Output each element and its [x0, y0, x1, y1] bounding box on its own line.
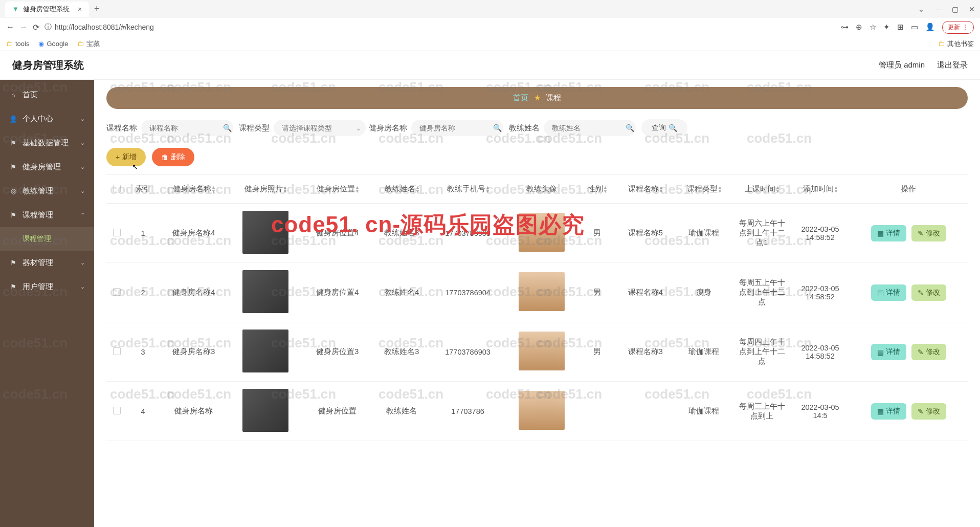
address-bar: ← → ⟳ ⓘ http://localhost:8081/#/kecheng …: [0, 18, 980, 36]
puzzle-icon[interactable]: ⊞: [897, 23, 904, 32]
user-icon: 👤: [9, 115, 17, 123]
gym-photo[interactable]: [242, 389, 288, 432]
breadcrumb-current: 课程: [546, 93, 561, 102]
star-icon[interactable]: ☆: [870, 23, 876, 32]
delete-button[interactable]: 🗑 删除: [152, 148, 194, 166]
tab-title: 健身房管理系统: [23, 5, 70, 14]
edit-button[interactable]: ✎修改: [911, 403, 946, 420]
chevron-down-icon[interactable]: ⌄: [918, 5, 924, 13]
row-checkbox[interactable]: [113, 347, 121, 355]
chevron-down-icon: ⌄: [80, 259, 85, 266]
detail-button[interactable]: ▤详情: [871, 225, 906, 241]
search-coach-label: 教练姓名: [509, 123, 540, 133]
gym-photo[interactable]: [242, 270, 288, 313]
detail-button[interactable]: ▤详情: [871, 403, 906, 420]
key-icon[interactable]: ⊶: [841, 23, 849, 32]
bookmark-tools[interactable]: 🗀tools: [6, 40, 29, 48]
search-type-select[interactable]: [274, 120, 366, 136]
zoom-icon[interactable]: ⊕: [856, 23, 862, 32]
back-icon[interactable]: ←: [6, 23, 14, 32]
sidebar-item-equipment[interactable]: ⚑ 器材管理 ⌄: [0, 251, 94, 275]
coach-avatar[interactable]: [519, 213, 565, 252]
close-window-icon[interactable]: ✕: [969, 5, 975, 13]
sidebar-item-profile[interactable]: 👤 个人中心 ⌄: [0, 107, 94, 131]
col-coach-phone[interactable]: 教练手机号▴▾: [431, 175, 504, 204]
search-coach-input[interactable]: [544, 120, 636, 136]
bookmark-other[interactable]: 🗀其他书签: [938, 39, 974, 49]
row-checkbox[interactable]: [113, 288, 121, 296]
reload-icon[interactable]: ⟳: [33, 23, 39, 32]
search-gym-input[interactable]: [411, 120, 503, 136]
row-checkbox[interactable]: [113, 229, 121, 236]
pencil-icon: ✎: [918, 229, 924, 237]
browser-tab[interactable]: ▼ 健身房管理系统 ×: [5, 2, 89, 17]
col-gender[interactable]: 性别▴▾: [578, 175, 616, 204]
devices-icon[interactable]: ▭: [911, 23, 918, 32]
edit-button[interactable]: ✎修改: [911, 225, 946, 241]
col-gym-name[interactable]: 健身房名称▴▾: [159, 175, 229, 204]
bookmark-google[interactable]: ◉Google: [38, 40, 68, 48]
select-all-checkbox[interactable]: [113, 185, 121, 192]
new-tab-button[interactable]: +: [94, 4, 100, 14]
pencil-icon: ✎: [918, 348, 924, 356]
search-name-input[interactable]: [141, 120, 233, 136]
flag-icon: ⚑: [9, 283, 17, 291]
cell-course: [616, 382, 675, 441]
update-button[interactable]: 更新⋮: [942, 21, 974, 34]
search-name-label: 课程名称: [106, 123, 137, 133]
sidebar-item-users[interactable]: ⚑ 用户管理 ⌄: [0, 275, 94, 299]
query-button[interactable]: 查询🔍: [641, 119, 687, 137]
app-title: 健身房管理系统: [12, 58, 84, 72]
sidebar-item-basedata[interactable]: ⚑ 基础数据管理 ⌄: [0, 131, 94, 155]
col-index[interactable]: 索引: [127, 175, 159, 204]
add-button[interactable]: + 新增: [106, 148, 146, 166]
sidebar-label: 课程管理: [23, 210, 53, 220]
sidebar-item-course[interactable]: ⚑ 课程管理 ⌃: [0, 203, 94, 227]
search-icon: 🔍: [223, 124, 232, 132]
edit-button[interactable]: ✎修改: [911, 284, 946, 301]
col-gym-photo[interactable]: 健身房照片▴▾: [229, 175, 303, 204]
sidebar-subitem-course-mgmt[interactable]: 课程管理: [0, 227, 94, 251]
sidebar-item-gym[interactable]: ⚑ 健身房管理 ⌄: [0, 155, 94, 179]
sidebar-label: 用户管理: [23, 282, 53, 292]
bookmark-baocang[interactable]: 🗀宝藏: [77, 39, 100, 49]
col-gym-loc[interactable]: 健身房位置▴▾: [303, 175, 372, 204]
gym-photo[interactable]: [242, 330, 288, 372]
search-icon: 🔍: [669, 124, 677, 132]
detail-button[interactable]: ▤详情: [871, 344, 906, 360]
coach-avatar[interactable]: [519, 391, 565, 430]
col-added[interactable]: 添加时间▴▾: [791, 175, 850, 204]
row-checkbox[interactable]: [113, 407, 121, 414]
cell-time: 每周六上午十点到上午十二点1: [733, 204, 791, 263]
detail-button[interactable]: ▤详情: [871, 284, 906, 301]
col-coach-avatar[interactable]: 教练头像: [504, 175, 578, 204]
edit-button[interactable]: ✎修改: [911, 344, 946, 360]
col-course-name[interactable]: 课程名称▴▾: [616, 175, 675, 204]
gym-photo[interactable]: [242, 211, 288, 254]
admin-label[interactable]: 管理员 admin: [879, 60, 925, 70]
sidebar-item-home[interactable]: ⌂ 首页: [0, 83, 94, 107]
coach-avatar[interactable]: [519, 272, 565, 311]
sidebar-item-coach[interactable]: ◎ 教练管理 ⌄: [0, 179, 94, 203]
coach-avatar[interactable]: [519, 332, 565, 370]
forward-icon[interactable]: →: [19, 23, 28, 32]
action-row: + 新增 🗑 删除: [106, 148, 968, 166]
cell-gender: 男: [578, 322, 616, 382]
minimize-icon[interactable]: —: [934, 5, 942, 13]
maximize-icon[interactable]: ▢: [952, 5, 959, 13]
cell-coach: 教练姓名3: [372, 322, 431, 382]
col-course-type[interactable]: 课程类型▴▾: [675, 175, 733, 204]
flag-icon: ⚑: [9, 139, 17, 147]
col-coach-name[interactable]: 教练姓名▴▾: [372, 175, 431, 204]
doc-icon: ▤: [877, 407, 884, 415]
url-box[interactable]: ⓘ http://localhost:8081/#/kecheng: [44, 23, 836, 32]
profile-icon[interactable]: 👤: [925, 23, 935, 32]
breadcrumb-home[interactable]: 首页: [513, 93, 528, 102]
col-time[interactable]: 上课时间▴▾: [733, 175, 791, 204]
close-tab-icon[interactable]: ×: [78, 5, 82, 13]
pencil-icon: ✎: [918, 407, 924, 415]
cell-course: 课程名称4: [616, 263, 675, 322]
logout-link[interactable]: 退出登录: [937, 60, 968, 70]
cell-ctype: 瑜伽课程: [675, 204, 733, 263]
extension-icon[interactable]: ✦: [883, 23, 890, 32]
